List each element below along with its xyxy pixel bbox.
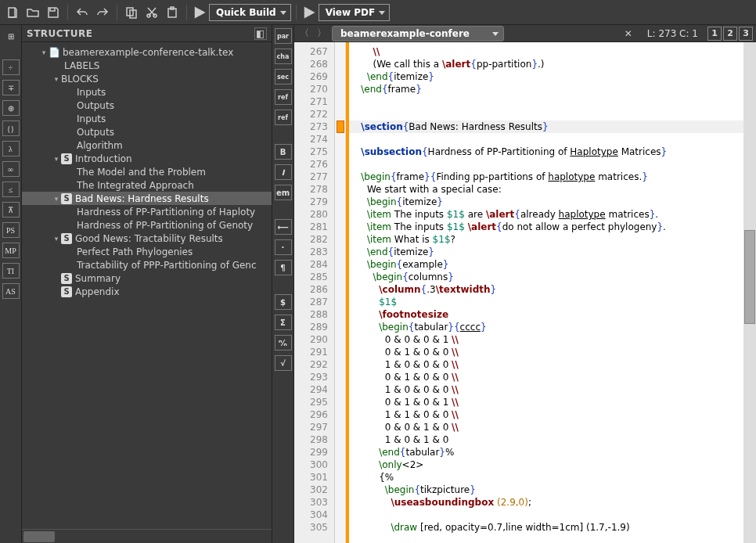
code-line-267[interactable]: \\ [349, 45, 743, 58]
code-line-285[interactable]: \begin{columns} [349, 271, 743, 283]
code-line-280[interactable]: \item The inputs $1$ are \alert{already … [349, 208, 743, 221]
code-line-297[interactable]: 0 & 0 & 1 & 0 \\ [349, 421, 743, 433]
symbol-btn-3[interactable]: {} [2, 120, 20, 136]
code-line-284[interactable]: \begin{example} [349, 258, 743, 271]
build-combo[interactable]: Quick Build [209, 4, 291, 21]
code-line-305[interactable]: \draw [red, opacity=0.7,line width=1cm] … [349, 521, 743, 534]
tree-sub-1-0[interactable]: Hardness of PP-Partitioning of Haploty [22, 205, 272, 218]
code-line-273[interactable]: \section{Bad News: Hardness Results} [349, 120, 743, 133]
code-body[interactable]: \\ (We call this a \alert{pp-partition}.… [346, 42, 743, 543]
format-btn-0[interactable]: B [275, 144, 292, 160]
tree-section-3[interactable]: SSummary [22, 272, 272, 285]
symbol-btn-0[interactable]: ÷ [2, 59, 20, 75]
code-line-303[interactable]: \useasboundingbox (2.9,0); [349, 496, 743, 509]
struct-btn-cha-1[interactable]: cha [275, 49, 292, 64]
code-line-271[interactable] [349, 95, 743, 108]
format-btn-4[interactable]: · [275, 239, 292, 255]
tree-section-4[interactable]: SAppendix [22, 285, 272, 298]
struct-btn-ref-4[interactable]: ref [275, 110, 292, 125]
undo-icon[interactable] [73, 3, 92, 22]
redo-icon[interactable] [93, 3, 112, 22]
fold-column[interactable] [335, 42, 346, 543]
struct-btn-sec-2[interactable]: sec [275, 69, 292, 85]
format-btn-1[interactable]: I [275, 164, 292, 180]
format-btn-5[interactable]: ¶ [275, 260, 292, 275]
tree-block-1[interactable]: Outputs [22, 99, 272, 112]
open-file-icon[interactable] [23, 3, 42, 22]
tree-blocks[interactable]: ▾BLOCKS [22, 72, 272, 85]
tree-sub-2-1[interactable]: Tractability of PPP-Partitioning of Genc [22, 258, 272, 272]
nav-back-icon[interactable]: 〈 [297, 27, 311, 41]
tree-block-2[interactable]: Inputs [22, 112, 272, 125]
tree-block-0[interactable]: Inputs [22, 85, 272, 99]
structure-scrollbar[interactable] [22, 529, 272, 543]
code-line-276[interactable] [349, 158, 743, 171]
run-build-icon[interactable] [192, 3, 207, 22]
format-btn-2[interactable]: em [275, 185, 292, 200]
code-line-291[interactable]: 0 & 1 & 0 & 0 \\ [349, 346, 743, 358]
code-area[interactable]: 2672682692702712722732742752762772782792… [294, 42, 756, 543]
symbol-btn-5[interactable]: ∞ [2, 161, 20, 177]
code-line-290[interactable]: 0 & 0 & 0 & 1 \\ [349, 333, 743, 346]
code-line-292[interactable]: 1 & 0 & 0 & 0 \\ [349, 358, 743, 371]
symbol-btn-4[interactable]: λ [2, 141, 20, 156]
tree-block-3[interactable]: Outputs [22, 125, 272, 138]
format-btn-6[interactable]: $ [275, 294, 292, 310]
struct-btn-ref-3[interactable]: ref [275, 89, 292, 105]
code-line-268[interactable]: (We call this a \alert{pp-partition}.) [349, 58, 743, 70]
code-line-295[interactable]: 0 & 1 & 0 & 1 \\ [349, 396, 743, 408]
code-line-300[interactable]: \only<2> [349, 458, 743, 471]
code-line-286[interactable]: \column{.3\textwidth} [349, 283, 743, 296]
symbol-btn-7[interactable]: ⊼ [2, 202, 20, 218]
tree-sub-0-1[interactable]: The Integrated Approach [22, 178, 272, 192]
strip-toggle-icon[interactable]: ⊞ [2, 28, 20, 44]
tree-sub-0-0[interactable]: The Model and the Problem [22, 165, 272, 178]
paste-icon[interactable] [163, 3, 182, 22]
code-line-293[interactable]: 0 & 1 & 0 & 0 \\ [349, 371, 743, 383]
code-line-278[interactable]: We start with a special case: [349, 183, 743, 196]
code-line-304[interactable] [349, 509, 743, 521]
code-line-299[interactable]: \end{tabular}% [349, 446, 743, 458]
bookmark-1[interactable]: 1 [707, 27, 722, 41]
code-line-279[interactable]: \begin{itemize} [349, 196, 743, 208]
code-line-269[interactable]: \end{itemize} [349, 70, 743, 83]
format-btn-3[interactable]: ⟵ [275, 219, 292, 235]
code-line-270[interactable]: \end{frame} [349, 83, 743, 95]
nav-fwd-icon[interactable]: 〉 [315, 27, 329, 41]
code-line-288[interactable]: \footnotesize [349, 308, 743, 321]
vertical-scrollbar[interactable] [743, 42, 756, 543]
symbol-btn-11[interactable]: AS [2, 283, 20, 299]
structure-collapse-icon[interactable]: ◧ [254, 27, 267, 40]
struct-btn-part-0[interactable]: par [275, 28, 292, 44]
code-line-277[interactable]: \begin{frame}{Finding pp-partitions of h… [349, 171, 743, 183]
code-line-274[interactable] [349, 133, 743, 146]
format-btn-9[interactable]: √ [275, 355, 292, 371]
code-line-296[interactable]: 1 & 1 & 0 & 0 \\ [349, 408, 743, 421]
format-btn-7[interactable]: Σ [275, 315, 292, 330]
tree-labels[interactable]: LABELS [22, 59, 272, 72]
tree-section-1[interactable]: ▾SBad News: Hardness Results [22, 192, 272, 205]
code-line-287[interactable]: $1$ [349, 296, 743, 308]
tree-file[interactable]: ▾📄beamerexample-conference-talk.tex [22, 45, 272, 59]
code-line-301[interactable]: {% [349, 471, 743, 484]
view-combo[interactable]: View PDF [319, 4, 391, 21]
tree-block-4[interactable]: Algorithm [22, 138, 272, 152]
symbol-btn-8[interactable]: PS [2, 222, 20, 238]
code-line-275[interactable]: \subsection{Hardness of PP-Partitioning … [349, 146, 743, 158]
close-file-icon[interactable]: ✕ [622, 27, 635, 40]
code-line-298[interactable]: 1 & 0 & 1 & 0 [349, 433, 743, 446]
code-line-283[interactable]: \end{itemize} [349, 246, 743, 258]
symbol-btn-10[interactable]: TI [2, 263, 20, 279]
cut-icon[interactable] [142, 3, 161, 22]
file-selector[interactable]: beamerexample-confere [332, 26, 504, 41]
code-line-281[interactable]: \item The inputs $1$ \alert{do not allow… [349, 221, 743, 233]
symbol-btn-9[interactable]: MP [2, 243, 20, 258]
copy-icon[interactable] [122, 3, 141, 22]
tree-section-2[interactable]: ▾SGood News: Tractability Results [22, 232, 272, 245]
code-line-272[interactable] [349, 108, 743, 120]
tree-section-0[interactable]: ▾SIntroduction [22, 152, 272, 165]
symbol-btn-6[interactable]: ≤ [2, 182, 20, 197]
new-file-icon[interactable] [3, 3, 22, 22]
code-line-289[interactable]: \begin{tabular}{cccc} [349, 321, 743, 333]
save-icon[interactable] [44, 3, 63, 22]
